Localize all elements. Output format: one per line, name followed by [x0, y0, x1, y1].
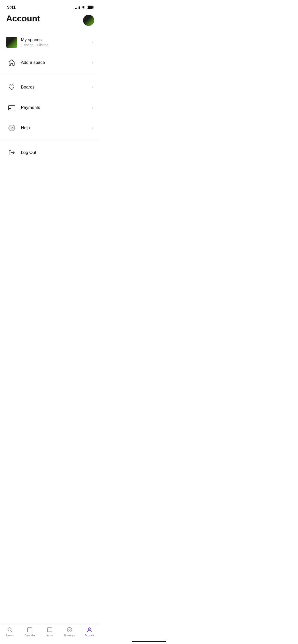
help-icon: ? — [6, 122, 17, 134]
logout-icon — [6, 147, 17, 158]
menu-item-payments[interactable]: Payments › — [0, 97, 99, 118]
section-divider-1 — [0, 75, 99, 75]
section-divider-2 — [0, 140, 99, 140]
home-icon — [6, 57, 17, 68]
svg-text:?: ? — [11, 126, 13, 130]
header: Account — [0, 11, 99, 26]
my-spaces-text: My spaces 1 space | 1 listing — [21, 37, 92, 47]
status-time: 9:41 — [7, 5, 16, 10]
my-spaces-sublabel: 1 space | 1 listing — [21, 43, 92, 47]
boards-text: Boards — [21, 85, 92, 90]
add-space-label: Add a space — [21, 60, 92, 65]
my-spaces-thumbnail — [6, 37, 17, 48]
chevron-right-icon: › — [92, 105, 93, 110]
menu-section: My spaces 1 space | 1 listing › Add a sp… — [0, 32, 99, 163]
svg-rect-1 — [88, 6, 93, 9]
help-text: Help — [21, 125, 92, 130]
heart-icon — [6, 82, 17, 93]
menu-item-help[interactable]: ? Help › — [0, 118, 99, 138]
chevron-right-icon: › — [92, 85, 93, 90]
logout-text: Log Out — [21, 150, 93, 155]
menu-item-my-spaces[interactable]: My spaces 1 space | 1 listing › — [0, 32, 99, 52]
avatar[interactable] — [83, 15, 94, 26]
menu-item-add-space[interactable]: Add a space › — [0, 52, 99, 73]
chevron-right-icon: › — [92, 60, 93, 65]
card-icon — [6, 102, 17, 113]
battery-icon — [87, 6, 94, 9]
my-spaces-label: My spaces — [21, 37, 92, 42]
chevron-right-icon: › — [92, 40, 93, 45]
logout-label: Log Out — [21, 150, 93, 155]
wifi-icon — [81, 6, 86, 9]
status-bar: 9:41 — [0, 0, 99, 11]
status-icons — [75, 6, 94, 9]
help-label: Help — [21, 125, 92, 130]
payments-label: Payments — [21, 105, 92, 110]
svg-rect-2 — [8, 106, 15, 110]
page-title: Account — [6, 14, 40, 23]
menu-item-boards[interactable]: Boards › — [0, 77, 99, 97]
add-space-text: Add a space — [21, 60, 92, 65]
signal-icon — [75, 6, 80, 9]
payments-text: Payments — [21, 105, 92, 110]
boards-label: Boards — [21, 85, 92, 90]
menu-item-logout[interactable]: Log Out — [0, 142, 99, 163]
chevron-right-icon: › — [92, 125, 93, 130]
